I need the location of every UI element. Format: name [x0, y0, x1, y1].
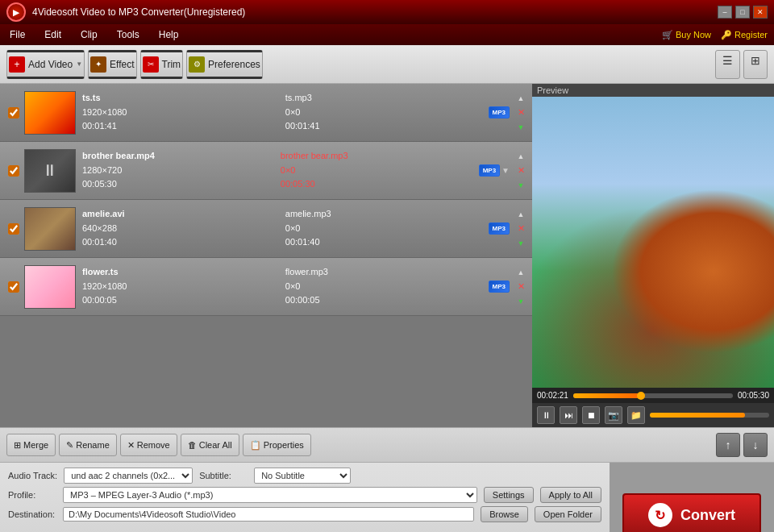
- settings-and-convert: Audio Track: und aac 2 channels (0x2... …: [0, 463, 774, 532]
- merge-icon: ⊞: [14, 440, 21, 451]
- menu-file[interactable]: File: [6, 27, 28, 42]
- rename-icon: ✎: [66, 440, 73, 451]
- minimize-button[interactable]: –: [718, 6, 732, 19]
- convert-icon: ↻: [648, 503, 672, 527]
- maximize-button[interactable]: □: [735, 6, 750, 19]
- profile-select[interactable]: MP3 – MPEG Layer-3 Audio (*.mp3): [63, 487, 477, 503]
- folder-button[interactable]: 📁: [627, 406, 645, 424]
- preview-time-total: 00:05:30: [738, 391, 769, 400]
- file-checkbox-1[interactable]: [8, 107, 19, 118]
- move-down-icon-3[interactable]: ▼: [514, 237, 527, 250]
- mp3-badge-1[interactable]: MP3: [489, 106, 510, 118]
- remove-x-icon: ✕: [127, 440, 135, 451]
- app-logo: ▶: [6, 2, 26, 22]
- buy-now-button[interactable]: 🛒 Buy Now: [662, 30, 711, 40]
- audio-track-select[interactable]: und aac 2 channels (0x2...: [64, 468, 193, 484]
- move-up-icon-3[interactable]: ▲: [514, 208, 527, 221]
- menu-edit[interactable]: Edit: [41, 27, 64, 42]
- move-up-icon-1[interactable]: ▲: [514, 92, 527, 105]
- effect-button[interactable]: ✦ Effect: [88, 50, 136, 79]
- step-forward-button[interactable]: ⏭: [560, 406, 577, 424]
- settings-panel: Audio Track: und aac 2 channels (0x2... …: [0, 463, 610, 532]
- volume-fill: [650, 413, 745, 418]
- preview-controls: ⏸ ⏭ ⏹ 📷 📁: [532, 403, 774, 427]
- file-checkbox-4[interactable]: [8, 281, 19, 293]
- move-down-icon-1[interactable]: ▼: [514, 121, 527, 134]
- step-forward-icon: ⏭: [564, 410, 573, 420]
- close-button[interactable]: ✕: [753, 6, 768, 19]
- file-side-controls-1: ▲ ✕ ▼: [513, 92, 529, 134]
- menu-items: File Edit Clip Tools Help: [6, 27, 181, 42]
- subtitle-select[interactable]: No Subtitle: [254, 468, 351, 484]
- preview-video: [532, 97, 774, 388]
- add-video-icon: +: [9, 56, 25, 73]
- audio-track-label: Audio Track:: [8, 471, 57, 480]
- file-thumbnail-4: [24, 265, 76, 309]
- preview-progress-bar: 00:02:21 00:05:30: [532, 388, 774, 403]
- format-dropdown-icon-2[interactable]: ▼: [501, 166, 510, 175]
- menu-clip[interactable]: Clip: [77, 27, 101, 42]
- apply-to-all-button[interactable]: Apply to All: [540, 487, 601, 503]
- mp3-badge-2[interactable]: MP3: [479, 164, 500, 177]
- merge-button[interactable]: ⊞ Merge: [6, 434, 56, 456]
- file-output-3: amelie.mp3 0×0 00:01:40: [285, 207, 489, 250]
- move-up-icon-4[interactable]: ▲: [514, 266, 527, 279]
- move-up-icon-2[interactable]: ▲: [514, 150, 527, 163]
- clear-all-button[interactable]: 🗑 Clear All: [181, 434, 239, 456]
- menu-help[interactable]: Help: [156, 27, 182, 42]
- mp3-badge-4[interactable]: MP3: [489, 281, 510, 293]
- remove-icon-1[interactable]: ✕: [514, 106, 527, 119]
- scissors-icon: ✂: [143, 56, 159, 73]
- file-checkbox-3[interactable]: [8, 223, 19, 235]
- toolbar-right: ☰ ⊞: [715, 50, 768, 79]
- move-down-button[interactable]: ↓: [743, 433, 768, 457]
- browse-button[interactable]: Browse: [481, 506, 528, 522]
- profile-label: Profile:: [8, 490, 56, 500]
- gear-icon: ⚙: [189, 56, 205, 73]
- file-checkbox-2[interactable]: [8, 165, 19, 177]
- move-up-button[interactable]: ↑: [716, 433, 740, 457]
- preview-progress-thumb[interactable]: [637, 392, 645, 400]
- destination-input[interactable]: [63, 507, 474, 522]
- file-list: ts.ts 1920×1080 00:01:41 ts.mp3 0×0 00:0…: [0, 84, 532, 427]
- remove-icon-4[interactable]: ✕: [514, 281, 527, 293]
- file-side-controls-3: ▲ ✕ ▼: [513, 208, 529, 250]
- move-down-icon-4[interactable]: ▼: [514, 295, 527, 308]
- mp3-badge-3[interactable]: MP3: [489, 222, 510, 235]
- preview-progress-track[interactable]: [573, 393, 733, 398]
- file-output-4: flower.mp3 0×0 00:00:05: [285, 265, 489, 308]
- stop-button[interactable]: ⏹: [582, 406, 600, 424]
- add-video-button[interactable]: + Add Video ▼: [6, 50, 85, 79]
- file-output-2: brother bear.mp3 0×0 00:05:30: [281, 149, 479, 192]
- add-video-dropdown-icon[interactable]: ▼: [76, 60, 82, 68]
- preview-time-current: 00:02:21: [537, 391, 568, 400]
- rename-button[interactable]: ✎ Rename: [59, 434, 117, 456]
- preferences-button[interactable]: ⚙ Preferences: [186, 50, 263, 79]
- file-actions-3: MP3: [489, 222, 510, 235]
- trim-button[interactable]: ✂ Trim: [140, 50, 184, 79]
- remove-icon-3[interactable]: ✕: [514, 222, 527, 235]
- remove-icon-2[interactable]: ✕: [514, 164, 527, 177]
- pause-button[interactable]: ⏸: [537, 406, 555, 424]
- file-side-controls-2: ▲ ✕ ▼: [513, 150, 529, 192]
- menu-tools[interactable]: Tools: [114, 27, 143, 42]
- remove-button[interactable]: ✕ Remove: [120, 434, 177, 456]
- volume-slider[interactable]: [650, 413, 769, 418]
- snapshot-button[interactable]: 📷: [605, 406, 622, 424]
- register-button[interactable]: 🔑 Register: [721, 30, 768, 40]
- move-buttons: ↑ ↓: [716, 433, 768, 457]
- open-folder-button[interactable]: Open Folder: [535, 506, 601, 522]
- file-thumbnail-3: [24, 207, 76, 251]
- move-down-icon-2[interactable]: ▼: [514, 179, 527, 192]
- bottom-section: Audio Track: und aac 2 channels (0x2... …: [0, 463, 774, 532]
- properties-button[interactable]: 📋 Properties: [243, 434, 311, 456]
- grid-view-button[interactable]: ⊞: [743, 50, 768, 79]
- settings-button[interactable]: Settings: [484, 487, 534, 503]
- convert-button[interactable]: ↻ Convert: [622, 493, 761, 532]
- list-view-button[interactable]: ☰: [715, 50, 740, 79]
- file-actions-1: MP3: [489, 106, 510, 118]
- destination-row: Destination: Browse Open Folder: [8, 506, 601, 522]
- menu-bar: File Edit Clip Tools Help 🛒 Buy Now 🔑 Re…: [0, 24, 774, 45]
- pause-icon: ⏸: [542, 410, 551, 420]
- bottom-toolbar: ⊞ Merge ✎ Rename ✕ Remove 🗑 Clear All 📋 …: [0, 427, 774, 463]
